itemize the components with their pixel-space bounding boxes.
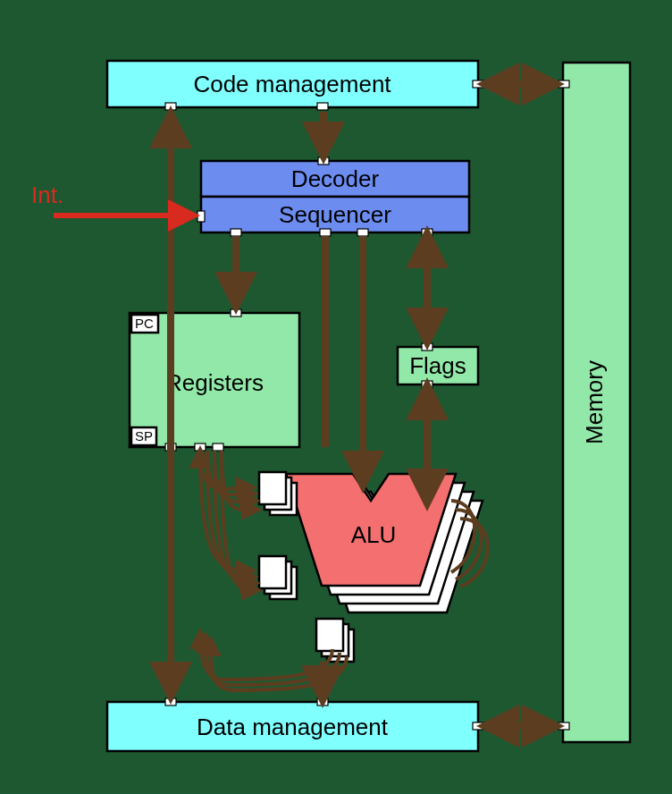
svg-rect-1 bbox=[559, 722, 569, 730]
svg-rect-7 bbox=[320, 229, 331, 236]
svg-rect-6 bbox=[231, 229, 241, 236]
svg-rect-21 bbox=[473, 722, 483, 730]
data-management-label: Data management bbox=[197, 714, 389, 740]
svg-rect-2 bbox=[165, 103, 176, 110]
svg-rect-3 bbox=[317, 103, 328, 110]
memory-label: Memory bbox=[581, 360, 608, 444]
svg-rect-13 bbox=[231, 309, 241, 317]
cpu-architecture-diagram: Memory Code management Decoder Sequencer… bbox=[0, 0, 672, 794]
flags-label: Flags bbox=[409, 352, 466, 379]
svg-rect-8 bbox=[357, 229, 368, 236]
registers-label: Registers bbox=[165, 369, 264, 396]
svg-rect-18 bbox=[422, 381, 433, 388]
interrupt-label: Int. bbox=[31, 182, 63, 208]
code-management-label: Code management bbox=[193, 71, 391, 97]
decoder-label: Decoder bbox=[291, 165, 380, 192]
svg-rect-16 bbox=[213, 443, 223, 451]
svg-rect-9 bbox=[422, 229, 433, 236]
sequencer-label: Sequencer bbox=[279, 201, 391, 228]
svg-rect-27 bbox=[259, 556, 286, 588]
svg-rect-24 bbox=[259, 472, 286, 504]
svg-rect-15 bbox=[195, 443, 206, 451]
svg-rect-30 bbox=[316, 619, 343, 651]
sp-label: SP bbox=[135, 428, 153, 443]
alu-label: ALU bbox=[351, 521, 397, 548]
svg-rect-20 bbox=[317, 698, 328, 705]
svg-rect-5 bbox=[318, 157, 329, 165]
svg-rect-10 bbox=[197, 211, 205, 222]
svg-rect-19 bbox=[165, 698, 176, 705]
pc-label: PC bbox=[135, 316, 154, 331]
svg-rect-4 bbox=[473, 80, 483, 88]
svg-rect-0 bbox=[559, 80, 569, 88]
alu-block: ALU bbox=[286, 474, 483, 612]
svg-rect-17 bbox=[422, 343, 433, 351]
